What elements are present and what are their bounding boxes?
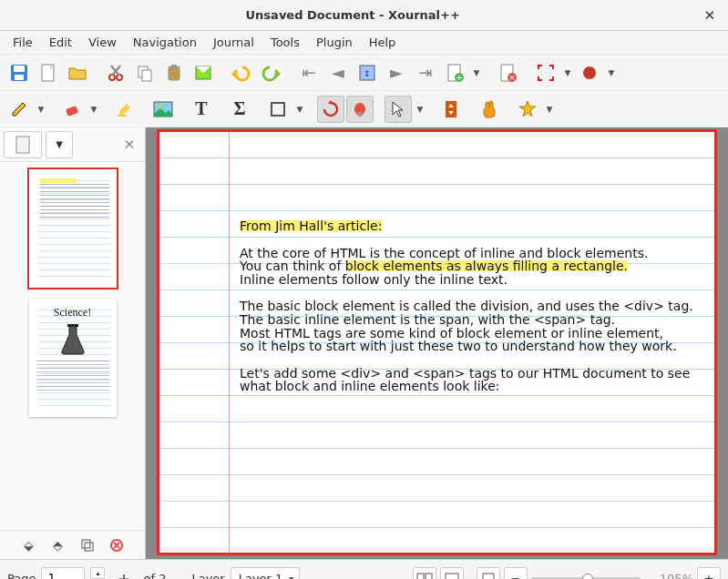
menu-plugin[interactable]: Plugin [309,33,360,52]
select-tool-dropdown[interactable]: ▼ [414,105,426,114]
svg-rect-32 [82,540,90,548]
svg-rect-39 [446,574,458,580]
zoom-controls: − 105% + [413,567,721,580]
toolbar-1: ⇤ ◄ ↕ ► ⇥ + ▼ × ▼ ▼ [0,55,728,91]
zoom-out-button[interactable]: − [504,567,528,580]
pen-tool-dropdown[interactable]: ▼ [35,105,47,114]
last-page-button[interactable]: ⇥ [412,59,439,86]
layer-select[interactable]: Layer 1 [231,567,301,580]
prev-page-button[interactable]: ◄ [324,59,352,86]
highlighter-tool[interactable] [111,96,138,123]
pen-tool[interactable] [5,96,33,123]
side-panel-dropdown[interactable]: ▼ [46,131,73,158]
svg-rect-26 [272,103,284,116]
svg-rect-9 [142,70,151,81]
eraser-tool-dropdown[interactable]: ▼ [87,105,100,114]
side-panel-bottom: ⬙ ⬘ [0,530,145,559]
svg-rect-11 [171,65,177,68]
side-nav-up-button[interactable]: ⬙ [18,534,40,556]
menu-help[interactable]: Help [362,33,404,52]
record-button[interactable] [576,59,603,86]
side-duplicate-button[interactable] [77,534,98,556]
status-bar: Page ▴▾ ＋ of 2 Layer Layer 1 − 105% + [0,559,728,579]
first-page-button[interactable]: ⇤ [295,59,323,86]
star-tool[interactable] [514,96,541,123]
svg-rect-38 [426,574,432,580]
paste-button[interactable] [160,59,188,86]
menu-view[interactable]: View [81,33,124,52]
thumbnail-page-2[interactable]: Science! [29,299,117,417]
shape-tool-dropdown[interactable]: ▼ [293,105,306,114]
hand-tool[interactable] [476,96,503,123]
text-tool[interactable]: T [188,96,215,123]
svg-rect-30 [17,137,28,152]
svg-rect-28 [446,101,456,117]
menu-edit[interactable]: Edit [42,33,79,52]
menu-navigation[interactable]: Navigation [126,33,204,52]
window-close-button[interactable]: ✕ [698,5,721,25]
copy-button[interactable] [131,59,159,86]
menu-file[interactable]: File [5,33,40,52]
titlebar: Unsaved Document - Xournal++ ✕ [0,0,728,31]
select-tool[interactable] [385,96,412,123]
add-page-button[interactable]: ＋ [110,565,138,580]
undo-button[interactable] [228,59,255,86]
svg-rect-22 [66,106,78,117]
svg-rect-10 [169,66,179,80]
rotate-snap-button[interactable] [317,96,344,123]
vertical-space-tool[interactable] [437,96,465,123]
open-button[interactable] [64,59,91,86]
menubar: File Edit View Navigation Journal Tools … [0,31,728,55]
goto-page-button[interactable]: ↕ [354,59,381,86]
close-side-panel-button[interactable]: ✕ [118,133,141,157]
page-number-input[interactable] [41,567,85,580]
shape-tool[interactable] [264,96,292,123]
new-button[interactable] [35,59,62,86]
view-presentation-button[interactable] [440,567,464,580]
zoom-fit-button[interactable] [477,567,500,580]
layer-label: Layer [191,572,224,579]
thumbnail-page-1[interactable] [29,169,117,288]
thumbnail-2-label: Science! [29,306,117,320]
menu-journal[interactable]: Journal [206,33,261,52]
grid-snap-button[interactable] [346,96,374,123]
svg-text:+: + [456,73,463,82]
svg-rect-23 [118,115,127,117]
insert-page-dropdown[interactable]: ▼ [470,68,483,77]
page-view-mode-button[interactable] [4,131,42,158]
page-spinner[interactable]: ▴▾ [90,567,105,580]
thumbnail-list: Science! [0,162,145,530]
record-dropdown[interactable]: ▼ [605,68,618,77]
svg-text:×: × [508,73,516,82]
svg-rect-33 [85,543,93,551]
menu-tools[interactable]: Tools [263,33,307,52]
svg-rect-1 [14,66,25,72]
insert-page-button[interactable]: + [441,59,468,86]
view-two-page-button[interactable] [413,567,436,580]
next-page-button[interactable]: ► [383,59,410,86]
star-tool-dropdown[interactable]: ▼ [543,105,556,114]
svg-point-25 [158,105,161,108]
filter-button[interactable] [190,59,217,86]
redo-button[interactable] [257,59,284,86]
math-tool[interactable]: Σ [226,96,253,123]
zoom-percent: 105% [644,572,693,579]
fullscreen-dropdown[interactable]: ▼ [561,68,574,77]
delete-page-button[interactable]: × [494,59,521,86]
window-title: Unsaved Document - Xournal++ [7,8,698,22]
image-tool[interactable] [149,96,177,123]
zoom-in-button[interactable]: + [697,567,721,580]
page-1: From Jim Hall's article: At the core of … [157,129,717,555]
canvas[interactable]: From Jim Hall's article: At the core of … [146,127,728,559]
fullscreen-button[interactable] [532,59,559,86]
side-panel: ▼ ✕ Science! ⬙ ⬘ [0,127,146,559]
side-delete-button[interactable] [106,534,128,556]
svg-rect-37 [417,574,424,580]
cut-button[interactable] [102,59,129,86]
side-nav-down-button[interactable]: ⬘ [47,534,69,556]
heading-highlight: From Jim Hall's article: [240,218,382,233]
page-content: From Jim Hall's article: At the core of … [240,219,692,393]
eraser-tool[interactable] [58,96,86,123]
save-button[interactable] [5,59,33,86]
page-total-label: of 2 [143,572,166,579]
